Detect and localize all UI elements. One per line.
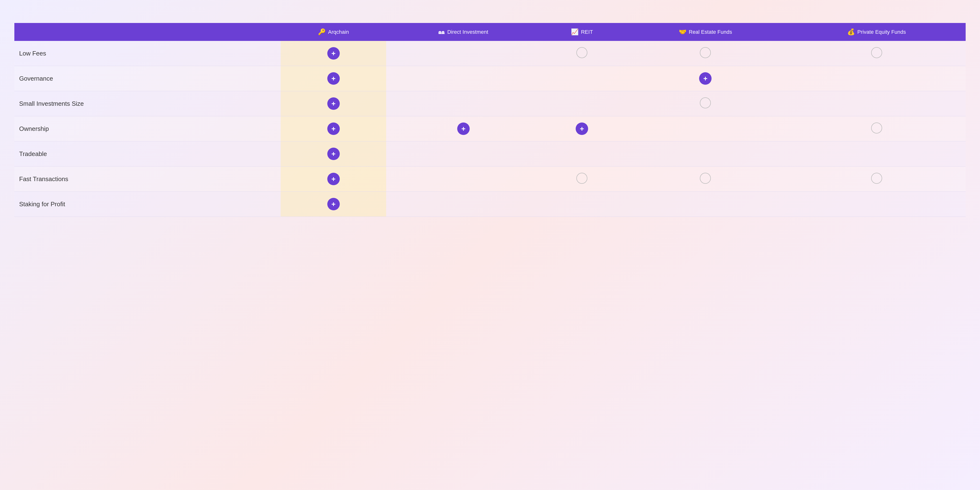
table-row: Ownership+++ (14, 116, 966, 142)
cell-direct (386, 142, 541, 167)
cell-arqchain: + (281, 41, 386, 66)
feature-label: Tradeable (14, 142, 281, 167)
arqchain-icon: 🔑 (318, 28, 326, 36)
reit-label: REIT (581, 29, 593, 35)
empty-circle-icon (576, 173, 587, 184)
cell-private_equity (788, 142, 966, 167)
column-header-feature (14, 23, 281, 41)
cell-arqchain: + (281, 142, 386, 167)
feature-label: Low Fees (14, 41, 281, 66)
cell-reit (541, 167, 623, 192)
cell-direct (386, 91, 541, 116)
cell-direct (386, 167, 541, 192)
cell-real_estate (623, 41, 788, 66)
cell-real_estate (623, 192, 788, 217)
check-icon: + (327, 47, 340, 60)
cell-arqchain: + (281, 167, 386, 192)
check-icon: + (327, 198, 340, 210)
cell-arqchain: + (281, 91, 386, 116)
column-header-reit: 📈REIT (541, 23, 623, 41)
cell-reit (541, 142, 623, 167)
column-header-real_estate: 🤝Real Estate Funds (623, 23, 788, 41)
cell-reit (541, 41, 623, 66)
cell-arqchain: + (281, 192, 386, 217)
check-icon: + (327, 123, 340, 135)
empty-circle-icon (700, 47, 711, 58)
check-icon: + (327, 97, 340, 110)
cell-reit (541, 91, 623, 116)
table-row: Small Investments Size+ (14, 91, 966, 116)
table-row: Fast Transactions+ (14, 167, 966, 192)
table-row: Governance++ (14, 66, 966, 91)
table-row: Staking for Profit+ (14, 192, 966, 217)
column-header-direct: 🏘Direct Investment (386, 23, 541, 41)
check-icon: + (699, 72, 711, 85)
empty-circle-icon (871, 173, 882, 184)
cell-private_equity (788, 66, 966, 91)
cell-real_estate (623, 91, 788, 116)
check-icon: + (327, 148, 340, 160)
cell-direct (386, 66, 541, 91)
empty-circle-icon (700, 97, 711, 108)
feature-label: Ownership (14, 116, 281, 142)
column-header-arqchain: 🔑Arqchain (281, 23, 386, 41)
cell-direct (386, 41, 541, 66)
cell-private_equity (788, 91, 966, 116)
direct-label: Direct Investment (447, 29, 488, 35)
arqchain-label: Arqchain (328, 29, 349, 35)
comparison-table: 🔑Arqchain🏘Direct Investment📈REIT🤝Real Es… (14, 23, 966, 217)
check-icon: + (327, 173, 340, 185)
cell-real_estate (623, 142, 788, 167)
cell-arqchain: + (281, 66, 386, 91)
private_equity-label: Private Equity Funds (857, 29, 906, 35)
cell-private_equity (788, 116, 966, 142)
check-icon: + (576, 123, 588, 135)
cell-private_equity (788, 167, 966, 192)
cell-arqchain: + (281, 116, 386, 142)
table-row: Low Fees+ (14, 41, 966, 66)
cell-real_estate: + (623, 66, 788, 91)
feature-label: Fast Transactions (14, 167, 281, 192)
table-row: Tradeable+ (14, 142, 966, 167)
cell-direct: + (386, 116, 541, 142)
direct-icon: 🏘 (439, 28, 445, 36)
cell-reit: + (541, 116, 623, 142)
feature-label: Governance (14, 66, 281, 91)
real_estate-icon: 🤝 (679, 28, 686, 36)
cell-reit (541, 192, 623, 217)
cell-private_equity (788, 192, 966, 217)
cell-real_estate (623, 116, 788, 142)
check-icon: + (327, 72, 340, 85)
real_estate-label: Real Estate Funds (689, 29, 732, 35)
column-header-private_equity: 💰Private Equity Funds (788, 23, 966, 41)
feature-label: Staking for Profit (14, 192, 281, 217)
cell-direct (386, 192, 541, 217)
cell-private_equity (788, 41, 966, 66)
check-icon: + (457, 123, 470, 135)
private_equity-icon: 💰 (847, 28, 855, 36)
reit-icon: 📈 (571, 28, 579, 36)
cell-real_estate (623, 167, 788, 192)
feature-label: Small Investments Size (14, 91, 281, 116)
cell-reit (541, 66, 623, 91)
empty-circle-icon (700, 173, 711, 184)
empty-circle-icon (576, 47, 587, 58)
empty-circle-icon (871, 123, 882, 134)
empty-circle-icon (871, 47, 882, 58)
table-header-row: 🔑Arqchain🏘Direct Investment📈REIT🤝Real Es… (14, 23, 966, 41)
